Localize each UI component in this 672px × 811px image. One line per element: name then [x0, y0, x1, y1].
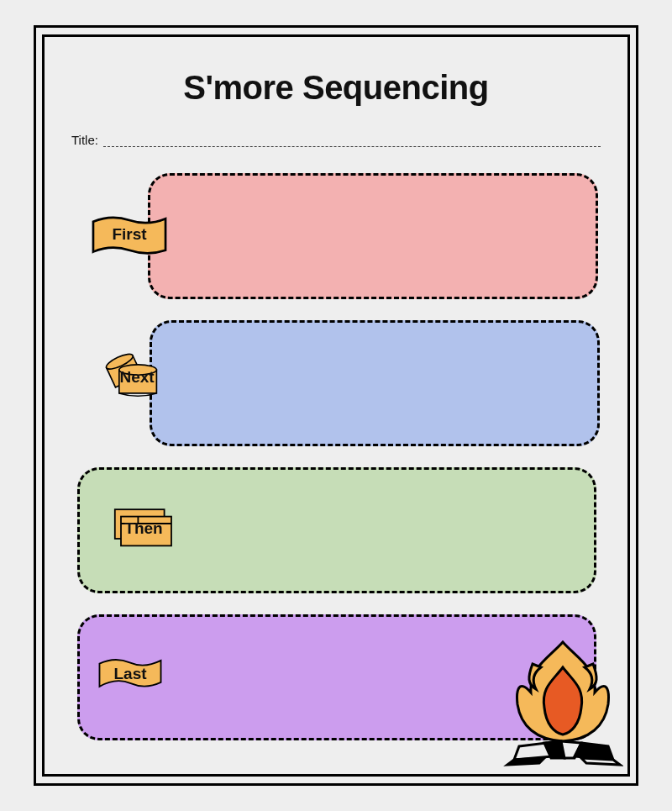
badge-last-label: Last — [113, 665, 146, 683]
title-row: Title: — [71, 133, 601, 147]
step-box-next[interactable] — [150, 320, 600, 446]
badge-first: First — [89, 213, 170, 256]
badge-then: Then — [108, 508, 180, 549]
badge-last: Last — [97, 654, 163, 694]
badge-next-label: Next — [119, 368, 154, 387]
title-input-line[interactable] — [103, 137, 601, 147]
badge-next: Next — [104, 353, 170, 402]
title-label: Title: — [71, 133, 98, 147]
campfire-icon — [502, 634, 623, 766]
badge-first-label: First — [112, 225, 146, 244]
badge-then-label: Then — [124, 519, 162, 538]
page-title: S'more Sequencing — [0, 69, 672, 107]
step-box-first[interactable] — [148, 173, 598, 299]
